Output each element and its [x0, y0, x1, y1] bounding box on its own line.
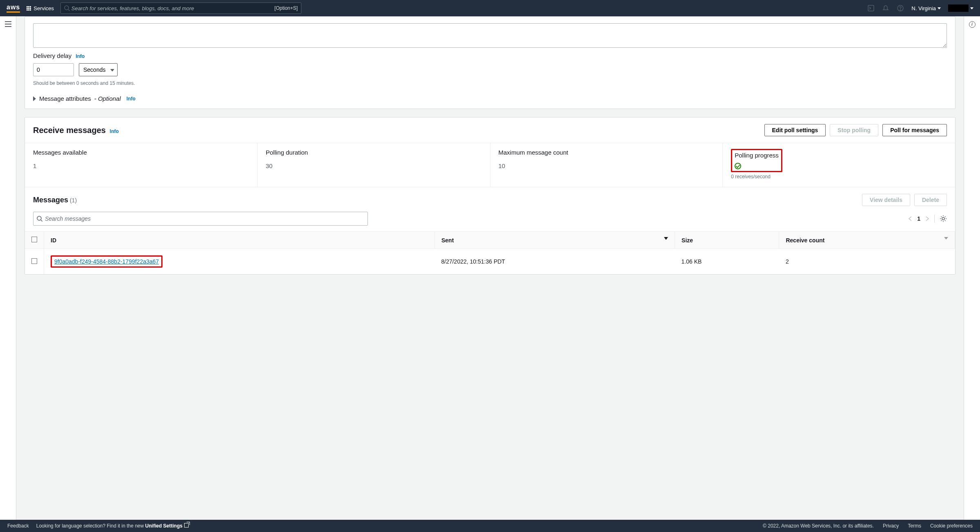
highlight-box: 9f0a0adb-f249-4584-88b2-1799f22a3a67: [51, 255, 163, 268]
settings-gear-icon[interactable]: [940, 215, 947, 222]
info-icon: [969, 21, 976, 28]
stat-label: Messages available: [33, 149, 249, 156]
cell-sent: 8/27/2022, 10:51:36 PDT: [434, 249, 675, 275]
stat-value: 10: [499, 162, 715, 169]
region-label: N. Virginia: [911, 5, 936, 11]
search-messages-input[interactable]: Search messages: [33, 212, 368, 226]
svg-point-7: [942, 217, 944, 220]
optional-label: - Optional: [94, 95, 121, 102]
message-id-link[interactable]: 9f0a0adb-f249-4584-88b2-1799f22a3a67: [54, 258, 159, 265]
main-content: Delivery delay Info Seconds Should be be…: [16, 16, 964, 520]
page-prev-icon[interactable]: [908, 216, 912, 222]
messages-title: Messages: [33, 196, 68, 204]
page-next-icon[interactable]: [925, 216, 929, 222]
select-all-checkbox[interactable]: [31, 237, 37, 242]
receive-title: Receive messages: [33, 126, 106, 135]
top-nav: aws Services Search for services, featur…: [0, 0, 980, 16]
sort-desc-icon: [664, 237, 668, 240]
messages-count: (1): [70, 197, 77, 204]
svg-line-6: [41, 220, 42, 222]
caret-down-icon: [938, 7, 941, 9]
stat-polling-duration: Polling duration 30: [258, 143, 490, 187]
delay-hint: Should be between 0 seconds and 15 minut…: [33, 80, 947, 86]
aws-logo[interactable]: aws: [7, 4, 20, 13]
stat-value: 1: [33, 162, 249, 169]
account-menu[interactable]: [948, 4, 973, 12]
cell-size: 1.06 KB: [675, 249, 779, 275]
search-icon: [37, 216, 42, 222]
col-id[interactable]: ID: [44, 232, 435, 249]
message-row: 9f0a0adb-f249-4584-88b2-1799f22a3a67 8/2…: [25, 249, 955, 275]
help-icon[interactable]: [897, 4, 904, 12]
attributes-info-link[interactable]: Info: [127, 96, 136, 102]
attributes-label: Message attributes: [39, 95, 91, 102]
cloudshell-icon[interactable]: [867, 4, 875, 12]
col-receive-count[interactable]: Receive count: [779, 232, 955, 249]
account-name-redacted: [948, 4, 969, 12]
edit-poll-settings-button[interactable]: Edit poll settings: [764, 124, 826, 136]
stat-sub: 0 receives/second: [731, 174, 947, 180]
view-details-button: View details: [862, 194, 910, 206]
global-search[interactable]: Search for services, features, blogs, do…: [60, 2, 301, 14]
receive-messages-panel: Receive messages Info Edit poll settings…: [24, 117, 956, 275]
column-pref-icon: [944, 237, 948, 239]
highlight-box: Polling progress: [731, 149, 782, 172]
send-message-panel: Delivery delay Info Seconds Should be be…: [24, 16, 956, 109]
svg-point-0: [65, 6, 69, 10]
message-body-input[interactable]: [33, 23, 947, 48]
workspace: Delivery delay Info Seconds Should be be…: [0, 16, 980, 520]
cell-receive-count: 2: [779, 249, 955, 275]
row-checkbox[interactable]: [31, 258, 37, 264]
stat-polling-progress: Polling progress 0 receives/second: [723, 143, 955, 187]
poll-for-messages-button[interactable]: Poll for messages: [882, 124, 947, 136]
expand-right-icon: [33, 96, 36, 101]
success-check-icon: [735, 163, 741, 169]
svg-point-5: [37, 216, 41, 220]
hamburger-icon: [5, 21, 11, 27]
right-sidebar-toggle[interactable]: [964, 16, 980, 520]
page-number: 1: [917, 215, 920, 222]
left-sidebar-toggle[interactable]: [0, 16, 16, 520]
svg-line-1: [68, 9, 70, 11]
stat-label: Polling duration: [266, 149, 482, 156]
delay-value-input[interactable]: [33, 63, 74, 76]
delay-info-link[interactable]: Info: [76, 53, 85, 59]
svg-point-4: [900, 10, 901, 10]
stat-label: Maximum message count: [499, 149, 715, 156]
stop-polling-button: Stop polling: [830, 124, 878, 136]
col-sent[interactable]: Sent: [434, 232, 675, 249]
search-placeholder: Search for services, features, blogs, do…: [71, 5, 194, 11]
message-attributes-expander[interactable]: Message attributes - Optional Info: [33, 95, 947, 102]
services-grid-icon: [27, 6, 31, 11]
services-menu[interactable]: Services: [27, 5, 54, 11]
region-selector[interactable]: N. Virginia: [911, 5, 941, 11]
search-icon: [64, 5, 70, 11]
messages-table: ID Sent Size Receive count 9f0a0adb-f249…: [25, 231, 955, 274]
delay-unit-select[interactable]: Seconds: [79, 63, 118, 76]
delete-message-button: Delete: [914, 194, 947, 206]
services-label: Services: [33, 5, 54, 11]
stat-value: 30: [266, 162, 482, 169]
search-shortcut: [Option+S]: [274, 5, 298, 11]
stat-max-message-count: Maximum message count 10: [490, 143, 723, 187]
search-messages-placeholder: Search messages: [45, 215, 91, 222]
delivery-delay-label: Delivery delay: [33, 52, 71, 59]
col-size[interactable]: Size: [675, 232, 779, 249]
stat-messages-available: Messages available 1: [25, 143, 258, 187]
notifications-icon[interactable]: [882, 4, 889, 12]
receive-info-link[interactable]: Info: [110, 129, 119, 134]
caret-down-icon: [970, 7, 973, 9]
stat-label: Polling progress: [735, 152, 779, 159]
